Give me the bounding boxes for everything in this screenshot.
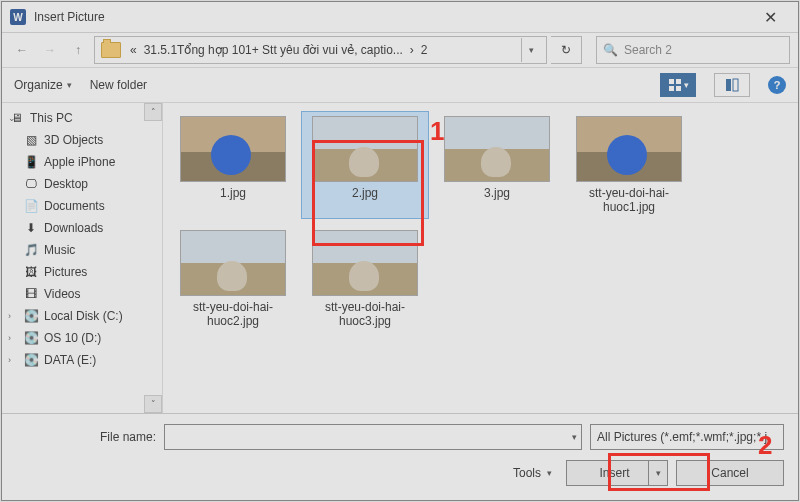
file-name-input[interactable]: ▾ xyxy=(164,424,582,450)
sidebar-item-desktop[interactable]: 🖵Desktop xyxy=(2,173,162,195)
chevron-right-icon[interactable]: › xyxy=(8,311,11,321)
chevron-right-icon[interactable]: › xyxy=(8,333,11,343)
sidebar-item-3d-objects[interactable]: ▧3D Objects xyxy=(2,129,162,151)
sidebar-item-documents[interactable]: 📄Documents xyxy=(2,195,162,217)
sidebar-item-local-disk-c-[interactable]: ›💽Local Disk (C:) xyxy=(2,305,162,327)
sidebar-item-data-e-[interactable]: ›💽DATA (E:) xyxy=(2,349,162,371)
back-button[interactable]: ← xyxy=(10,38,34,62)
svg-rect-5 xyxy=(733,79,738,91)
insert-dropdown[interactable]: ▾ xyxy=(648,461,667,485)
file-thumbnail xyxy=(312,230,418,296)
svg-rect-2 xyxy=(669,86,674,91)
breadcrumb-seg1[interactable]: 31.5.1Tổng hợp 101+ Stt yêu đời vui vẻ, … xyxy=(144,43,403,57)
sidebar-item-music[interactable]: 🎵Music xyxy=(2,239,162,261)
file-type-filter[interactable]: All Pictures (*.emf;*.wmf;*.jpg;*.j xyxy=(590,424,784,450)
sidebar-item-label: OS 10 (D:) xyxy=(44,331,101,345)
file-name: stt-yeu-doi-hai-huoc2.jpg xyxy=(174,300,292,328)
title-bar: W Insert Picture ✕ xyxy=(2,2,798,33)
3d-icon: ▧ xyxy=(24,134,38,146)
refresh-button[interactable]: ↻ xyxy=(551,36,582,64)
search-input[interactable]: 🔍 Search 2 xyxy=(596,36,790,64)
search-placeholder: Search 2 xyxy=(624,43,672,57)
file-item[interactable]: stt-yeu-doi-hai-huoc3.jpg xyxy=(301,225,429,333)
file-name-dropdown[interactable]: ▾ xyxy=(572,432,577,442)
file-item[interactable]: stt-yeu-doi-hai-huoc2.jpg xyxy=(169,225,297,333)
sidebar-item-label: Documents xyxy=(44,199,105,213)
folder-icon xyxy=(101,42,121,58)
sidebar-item-label: Downloads xyxy=(44,221,103,235)
file-item[interactable]: 3.jpg xyxy=(433,111,561,219)
chevron-right-icon[interactable]: › xyxy=(8,355,11,365)
sidebar-item-videos[interactable]: 🎞Videos xyxy=(2,283,162,305)
breadcrumb[interactable]: « 31.5.1Tổng hợp 101+ Stt yêu đời vui vẻ… xyxy=(94,36,547,64)
video-icon: 🎞 xyxy=(24,288,38,300)
sidebar-item-label: Music xyxy=(44,243,75,257)
breadcrumb-prefix: « xyxy=(130,43,137,57)
filter-label: All Pictures (*.emf;*.wmf;*.jpg;*.j xyxy=(597,430,767,444)
file-name: stt-yeu-doi-hai-huoc3.jpg xyxy=(306,300,424,328)
file-thumbnail xyxy=(444,116,550,182)
sidebar-item-label: Desktop xyxy=(44,177,88,191)
insert-button[interactable]: Insert ▾ xyxy=(566,460,668,486)
file-thumbnail xyxy=(180,230,286,296)
search-icon: 🔍 xyxy=(603,43,618,57)
toolbar: Organize▾ New folder ▾ ? xyxy=(2,68,798,103)
preview-pane-button[interactable] xyxy=(714,73,750,97)
svg-rect-1 xyxy=(676,79,681,84)
up-button[interactable]: ↑ xyxy=(66,38,90,62)
file-name: 3.jpg xyxy=(484,186,510,200)
file-thumbnail xyxy=(180,116,286,182)
sidebar-item-downloads[interactable]: ⬇Downloads xyxy=(2,217,162,239)
sidebar-item-os-10-d-[interactable]: ›💽OS 10 (D:) xyxy=(2,327,162,349)
file-name: 1.jpg xyxy=(220,186,246,200)
file-item[interactable]: 1.jpg xyxy=(169,111,297,219)
footer: File name: ▾ All Pictures (*.emf;*.wmf;*… xyxy=(2,413,798,502)
sidebar-item-label: Videos xyxy=(44,287,80,301)
organize-button[interactable]: Organize▾ xyxy=(14,78,72,92)
sidebar: ˄ ˅ ⌄🖥This PC▧3D Objects📱Apple iPhone🖵De… xyxy=(2,103,163,413)
file-name: stt-yeu-doi-hai-huoc1.jpg xyxy=(570,186,688,214)
cancel-button[interactable]: Cancel xyxy=(676,460,784,486)
breadcrumb-dropdown[interactable]: ▾ xyxy=(521,38,540,62)
file-thumbnail xyxy=(312,116,418,182)
breadcrumb-seg2[interactable]: 2 xyxy=(421,43,428,57)
sidebar-item-label: DATA (E:) xyxy=(44,353,96,367)
sidebar-item-label: Apple iPhone xyxy=(44,155,115,169)
navigation-bar: ← → ↑ « 31.5.1Tổng hợp 101+ Stt yêu đời … xyxy=(2,33,798,68)
music-icon: 🎵 xyxy=(24,244,38,256)
view-mode-button[interactable]: ▾ xyxy=(660,73,696,97)
svg-rect-3 xyxy=(676,86,681,91)
file-grid: 1.jpg2.jpg3.jpgstt-yeu-doi-hai-huoc1.jpg… xyxy=(163,103,798,413)
sidebar-item-apple-iphone[interactable]: 📱Apple iPhone xyxy=(2,151,162,173)
file-item[interactable]: 2.jpg xyxy=(301,111,429,219)
disk-icon: 💽 xyxy=(24,332,38,344)
sidebar-item-label: This PC xyxy=(30,111,73,125)
sidebar-item-label: Pictures xyxy=(44,265,87,279)
svg-rect-0 xyxy=(669,79,674,84)
doc-icon: 📄 xyxy=(24,200,38,212)
file-name: 2.jpg xyxy=(352,186,378,200)
new-folder-button[interactable]: New folder xyxy=(90,78,147,92)
breadcrumb-sep: › xyxy=(410,43,414,57)
chevron-down-icon[interactable]: ⌄ xyxy=(8,113,16,123)
svg-rect-4 xyxy=(726,79,731,91)
sidebar-scroll-down[interactable]: ˅ xyxy=(144,395,162,413)
word-app-icon: W xyxy=(10,9,26,25)
file-item[interactable]: stt-yeu-doi-hai-huoc1.jpg xyxy=(565,111,693,219)
file-thumbnail xyxy=(576,116,682,182)
preview-icon xyxy=(725,78,739,92)
dialog-title: Insert Picture xyxy=(34,10,750,24)
sidebar-item-this-pc[interactable]: ⌄🖥This PC xyxy=(2,107,162,129)
sidebar-item-pictures[interactable]: 🖼Pictures xyxy=(2,261,162,283)
thumbnails-icon xyxy=(668,78,682,92)
forward-button[interactable]: → xyxy=(38,38,62,62)
close-button[interactable]: ✕ xyxy=(750,3,790,31)
down-icon: ⬇ xyxy=(24,222,38,234)
phone-icon: 📱 xyxy=(24,156,38,168)
dialog-body: ˄ ˅ ⌄🖥This PC▧3D Objects📱Apple iPhone🖵De… xyxy=(2,103,798,413)
insert-picture-dialog: W Insert Picture ✕ ← → ↑ « 31.5.1Tổng hợ… xyxy=(1,1,799,501)
file-name-label: File name: xyxy=(16,430,156,444)
tools-button[interactable]: Tools▾ xyxy=(513,466,552,480)
help-button[interactable]: ? xyxy=(768,76,786,94)
disk-icon: 💽 xyxy=(24,310,38,322)
